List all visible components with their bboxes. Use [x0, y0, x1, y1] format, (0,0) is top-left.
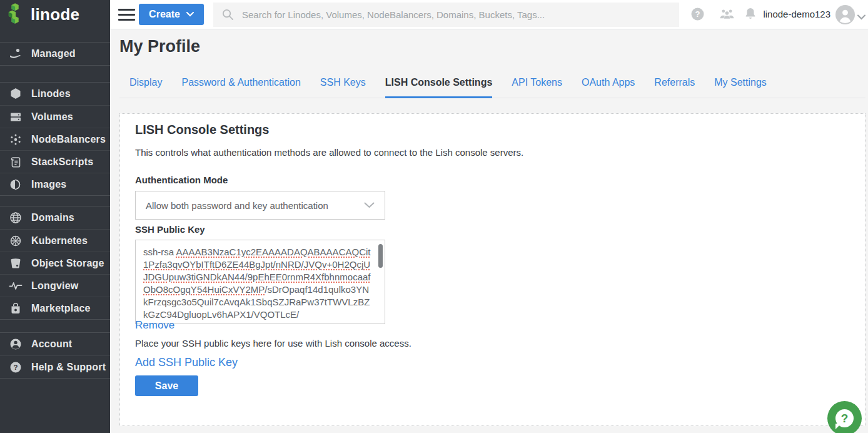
sidebar-item-label: Kubernetes: [31, 235, 88, 247]
save-button[interactable]: Save: [135, 375, 198, 396]
stackscripts-icon: [8, 155, 23, 169]
sidebar-item-label: Longview: [31, 280, 78, 292]
global-search[interactable]: [213, 3, 679, 27]
sidebar-item-images[interactable]: Images: [0, 173, 110, 195]
sidebar-item-help-support[interactable]: ? Help & Support: [0, 355, 110, 378]
images-icon: [8, 178, 23, 191]
kubernetes-wheel-icon: [8, 234, 23, 248]
sidebar-item-label: Object Storage: [31, 258, 104, 269]
auth-mode-value: Allow both password and key authenticati…: [146, 200, 328, 211]
bucket-icon: [8, 257, 23, 270]
help-fab-button[interactable]: ?: [827, 401, 862, 433]
page-title: My Profile: [119, 37, 200, 56]
sidebar-item-label: Managed: [31, 48, 76, 59]
sidebar-item-label: Linodes: [31, 88, 71, 99]
linode-logo-icon: [8, 3, 25, 28]
help-icon: ?: [8, 360, 23, 374]
top-bar: linode Create ?: [0, 0, 868, 29]
search-icon: [222, 9, 234, 21]
sidebar-group-managed: Managed: [0, 42, 110, 66]
remove-key-link[interactable]: Remove: [135, 319, 174, 332]
sidebar-item-label: StackScripts: [31, 156, 93, 168]
ssh-key-prefix: ssh-rsa: [143, 247, 176, 257]
sidebar-item-volumes[interactable]: Volumes: [0, 105, 110, 128]
textarea-scrollbar[interactable]: [378, 244, 383, 268]
sidebar-item-label: Volumes: [31, 111, 73, 123]
panel-description: This controls what authentication method…: [135, 147, 523, 158]
sidebar-item-domains[interactable]: Domains: [0, 206, 110, 229]
sidebar-item-nodebalancers[interactable]: NodeBalancers: [0, 128, 110, 150]
tab-display[interactable]: Display: [129, 77, 162, 98]
auth-mode-label: Authentication Mode: [135, 175, 228, 185]
sidebar-item-label: NodeBalancers: [31, 134, 106, 145]
tab-referrals[interactable]: Referrals: [654, 77, 695, 98]
sidebar-item-linodes[interactable]: Linodes: [0, 83, 110, 105]
profile-tabs: Display Password & Authentication SSH Ke…: [119, 77, 865, 98]
sidebar-item-label: Images: [31, 179, 66, 190]
avatar[interactable]: [835, 5, 855, 24]
hamburger-menu-icon[interactable]: [118, 9, 135, 21]
username[interactable]: linode-demo123: [763, 9, 830, 19]
managed-icon: [8, 47, 23, 61]
tab-api-tokens[interactable]: API Tokens: [512, 77, 562, 98]
sidebar-item-label: Marketplace: [31, 303, 91, 314]
add-ssh-public-key-link[interactable]: Add SSH Public Key: [135, 356, 238, 369]
sidebar-group-compute: Linodes Volumes: [0, 82, 110, 196]
notifications-bell-icon[interactable]: [744, 7, 757, 24]
chevron-down-icon: [364, 202, 375, 208]
sidebar-item-object-storage[interactable]: Object Storage: [0, 252, 110, 274]
panel-heading: LISH Console Settings: [135, 123, 269, 137]
ssh-public-key-label: SSH Public Key: [135, 224, 205, 235]
chevron-down-icon: [186, 12, 194, 17]
sidebar-item-managed[interactable]: Managed: [0, 43, 110, 65]
tab-password-authentication[interactable]: Password & Authentication: [181, 77, 300, 98]
chat-bubble-icon: ?: [835, 409, 854, 427]
sidebar-group-services: Domains Kubernetes Object Storage: [0, 206, 110, 320]
linode-cube-icon: [8, 87, 23, 101]
sidebar-item-longview[interactable]: Longview: [0, 274, 110, 297]
svg-text:?: ?: [695, 9, 700, 19]
shopping-bag-icon: [8, 302, 23, 315]
nodebalancers-icon: [8, 133, 23, 146]
create-button-label: Create: [149, 9, 180, 20]
chevron-down-icon[interactable]: [857, 11, 865, 23]
community-icon[interactable]: [718, 8, 736, 24]
sidebar-item-account[interactable]: Account: [0, 333, 110, 355]
sidebar-item-label: Help & Support: [31, 362, 106, 373]
linode-logo[interactable]: linode: [0, 0, 110, 29]
create-button[interactable]: Create: [139, 4, 204, 25]
ssh-public-key-textarea[interactable]: ssh-rsa AAAAB3NzaC1yc2EAAAADAQABAAACAQCi…: [135, 240, 385, 324]
volumes-icon: [8, 110, 23, 124]
sidebar-group-account: Account ? Help & Support: [0, 332, 110, 379]
tab-lish-console-settings[interactable]: LISH Console Settings: [385, 77, 493, 98]
question-mark: ?: [841, 412, 849, 425]
tab-ssh-keys[interactable]: SSH Keys: [320, 77, 366, 98]
brand-name: linode: [31, 5, 79, 24]
sidebar-item-kubernetes[interactable]: Kubernetes: [0, 229, 110, 252]
help-circle-icon[interactable]: ?: [690, 7, 705, 24]
auth-mode-select[interactable]: Allow both password and key authenticati…: [135, 191, 385, 220]
sidebar-item-label: Domains: [31, 212, 74, 223]
tab-oauth-apps[interactable]: OAuth Apps: [582, 77, 635, 98]
svg-text:?: ?: [13, 364, 18, 371]
pulse-icon: [8, 279, 23, 293]
main-content: My Profile Display Password & Authentica…: [110, 29, 868, 433]
tab-my-settings[interactable]: My Settings: [714, 77, 767, 98]
sidebar-item-label: Account: [31, 339, 72, 350]
search-input[interactable]: [242, 9, 670, 20]
ssh-key-helper-text: Place your SSH public keys here for use …: [135, 338, 411, 349]
sidebar-nav: Managed Linodes Volumes: [0, 29, 110, 433]
lish-settings-panel: LISH Console Settings This controls what…: [119, 113, 865, 426]
sidebar-item-stackscripts[interactable]: StackScripts: [0, 150, 110, 173]
globe-icon: [8, 211, 23, 225]
sidebar-item-marketplace[interactable]: Marketplace: [0, 297, 110, 319]
account-icon: [8, 337, 23, 351]
